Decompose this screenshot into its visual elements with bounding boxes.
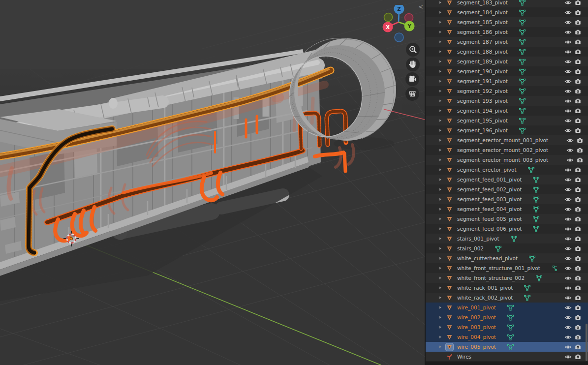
- pan-tool-button[interactable]: [406, 58, 420, 71]
- hide-in-viewport-eye-icon[interactable]: [564, 78, 572, 85]
- expand-arrow-icon[interactable]: [437, 315, 443, 320]
- outliner-row-wire_004_pivot[interactable]: wire_004_pivot: [426, 332, 588, 342]
- viewport-3d[interactable]: Z X Y: [0, 0, 425, 365]
- disable-in-renders-camera-icon[interactable]: [574, 215, 582, 223]
- disable-in-renders-camera-icon[interactable]: [576, 156, 584, 164]
- outliner-row-segment_188_pivot[interactable]: segment_188_pivot: [426, 47, 588, 57]
- expand-arrow-icon[interactable]: [437, 325, 443, 330]
- outliner-row-segment_191_pivot[interactable]: segment_191_pivot: [426, 76, 588, 86]
- object-label[interactable]: wire_004_pivot: [457, 334, 496, 340]
- outliner-row-segment_189_pivot[interactable]: segment_189_pivot: [426, 57, 588, 66]
- perspective-toggle-button[interactable]: [405, 87, 419, 101]
- expand-arrow-icon[interactable]: [437, 128, 443, 133]
- expand-arrow-icon[interactable]: [437, 226, 443, 231]
- disable-in-renders-camera-icon[interactable]: [574, 274, 582, 282]
- outliner-row-segment_feed_005_pivot[interactable]: segment_feed_005_pivot: [426, 214, 588, 224]
- outliner-row-wire_003_pivot[interactable]: wire_003_pivot: [426, 322, 588, 332]
- outliner-row-segment_187_pivot[interactable]: segment_187_pivot: [426, 37, 588, 47]
- outliner-row-segment_erector_mount_002_pivot[interactable]: segment_erector_mount_002_pivot: [426, 145, 588, 155]
- outliner-row-segment_195_pivot[interactable]: segment_195_pivot: [426, 116, 588, 125]
- disable-in-renders-camera-icon[interactable]: [574, 206, 582, 213]
- disable-in-renders-camera-icon[interactable]: [576, 147, 584, 154]
- expand-arrow-icon[interactable]: [437, 207, 443, 212]
- disable-in-renders-camera-icon[interactable]: [574, 68, 582, 75]
- hide-in-viewport-eye-icon[interactable]: [564, 176, 572, 183]
- outliner-row-white_rack_002_pivot[interactable]: white_rack_002_pivot: [426, 293, 588, 303]
- camera-view-button[interactable]: [405, 72, 419, 86]
- object-label[interactable]: wire_003_pivot: [457, 324, 496, 330]
- expand-arrow-icon[interactable]: [437, 335, 443, 339]
- hide-in-viewport-eye-icon[interactable]: [564, 127, 572, 134]
- editor-divider[interactable]: [426, 362, 588, 365]
- hide-in-viewport-eye-icon[interactable]: [564, 38, 572, 46]
- expand-arrow-icon[interactable]: [437, 89, 443, 93]
- hide-in-viewport-eye-icon[interactable]: [564, 97, 572, 105]
- disable-in-renders-camera-icon[interactable]: [574, 166, 582, 174]
- outliner-row-segment_194_pivot[interactable]: segment_194_pivot: [426, 106, 588, 116]
- object-label[interactable]: stairs_002: [457, 245, 484, 251]
- disable-in-renders-camera-icon[interactable]: [574, 304, 582, 311]
- hide-in-viewport-eye-icon[interactable]: [564, 88, 572, 95]
- object-label[interactable]: wire_001_pivot: [457, 304, 496, 310]
- expand-arrow-icon[interactable]: [437, 49, 443, 54]
- expand-arrow-icon[interactable]: [437, 10, 443, 15]
- gizmo-axis-neg-y[interactable]: [384, 13, 393, 22]
- hide-in-viewport-eye-icon[interactable]: [564, 284, 572, 292]
- expand-arrow-icon[interactable]: [437, 138, 443, 143]
- expand-arrow-icon[interactable]: [437, 197, 443, 202]
- object-label[interactable]: segment_191_pivot: [457, 78, 508, 84]
- disable-in-renders-camera-icon[interactable]: [574, 255, 582, 262]
- outliner-row-white_front_structure_002[interactable]: white_front_structure_002: [426, 273, 588, 283]
- hide-in-viewport-eye-icon[interactable]: [564, 353, 572, 361]
- disable-in-renders-camera-icon[interactable]: [574, 19, 582, 26]
- outliner-row-segment_feed_001_pivot[interactable]: segment_feed_001_pivot: [426, 175, 588, 184]
- disable-in-renders-camera-icon[interactable]: [574, 127, 582, 134]
- expand-arrow-icon[interactable]: [437, 246, 443, 251]
- hide-in-viewport-eye-icon[interactable]: [564, 314, 572, 321]
- object-label[interactable]: segment_188_pivot: [457, 49, 508, 55]
- object-label[interactable]: segment_196_pivot: [457, 127, 508, 133]
- object-label[interactable]: segment_feed_002_pivot: [457, 186, 522, 192]
- hide-in-viewport-eye-icon[interactable]: [564, 166, 572, 174]
- outliner-row-wire_002_pivot[interactable]: wire_002_pivot: [426, 312, 588, 322]
- expand-arrow-icon[interactable]: [437, 59, 443, 64]
- disable-in-renders-camera-icon[interactable]: [574, 97, 582, 105]
- hide-in-viewport-eye-icon[interactable]: [564, 29, 572, 36]
- disable-in-renders-camera-icon[interactable]: [574, 284, 582, 292]
- outliner-row-stairs_001_pivot[interactable]: stairs_001_pivot: [426, 234, 588, 243]
- expand-arrow-icon[interactable]: [437, 98, 443, 103]
- expand-arrow-icon[interactable]: [437, 275, 443, 280]
- disable-in-renders-camera-icon[interactable]: [574, 107, 582, 115]
- hide-in-viewport-eye-icon[interactable]: [564, 343, 572, 351]
- hide-in-viewport-eye-icon[interactable]: [564, 274, 572, 282]
- hide-in-viewport-eye-icon[interactable]: [566, 147, 574, 154]
- disable-in-renders-camera-icon[interactable]: [574, 324, 582, 331]
- outliner-row-Wires[interactable]: Wires: [426, 352, 588, 362]
- outliner-row-segment_feed_002_pivot[interactable]: segment_feed_002_pivot: [426, 184, 588, 194]
- object-label[interactable]: white_front_structure_002: [457, 275, 525, 281]
- object-label[interactable]: segment_195_pivot: [457, 118, 508, 123]
- outliner-row-white_front_structure_001_pivot[interactable]: white_front_structure_001_pivot: [426, 263, 588, 273]
- expand-arrow-icon[interactable]: [437, 177, 443, 182]
- expand-arrow-icon[interactable]: [437, 157, 443, 162]
- object-label[interactable]: segment_erector_mount_002_pivot: [457, 147, 548, 153]
- expand-arrow-icon[interactable]: [437, 79, 443, 84]
- disable-in-renders-camera-icon[interactable]: [574, 196, 582, 203]
- disable-in-renders-camera-icon[interactable]: [574, 58, 582, 65]
- expand-arrow-icon[interactable]: [437, 285, 443, 290]
- gizmo-axis-neg-z[interactable]: [395, 33, 403, 42]
- expand-arrow-icon[interactable]: [437, 236, 443, 241]
- disable-in-renders-camera-icon[interactable]: [574, 0, 582, 6]
- zoom-tool-button[interactable]: [406, 43, 420, 57]
- hide-in-viewport-eye-icon[interactable]: [566, 137, 574, 144]
- object-label[interactable]: white_cutterhead_pivot: [457, 255, 518, 261]
- expand-arrow-icon[interactable]: [437, 0, 443, 5]
- object-label[interactable]: stairs_001_pivot: [457, 236, 499, 242]
- outliner-row-segment_feed_006_pivot[interactable]: segment_feed_006_pivot: [426, 224, 588, 234]
- object-label[interactable]: segment_184_pivot: [457, 9, 508, 15]
- outliner-row-segment_184_pivot[interactable]: segment_184_pivot: [426, 7, 588, 17]
- hide-in-viewport-eye-icon[interactable]: [564, 19, 572, 26]
- object-label[interactable]: segment_erector_mount_003_pivot: [457, 157, 548, 163]
- outliner-row-segment_186_pivot[interactable]: segment_186_pivot: [426, 27, 588, 37]
- disable-in-renders-camera-icon[interactable]: [574, 245, 582, 252]
